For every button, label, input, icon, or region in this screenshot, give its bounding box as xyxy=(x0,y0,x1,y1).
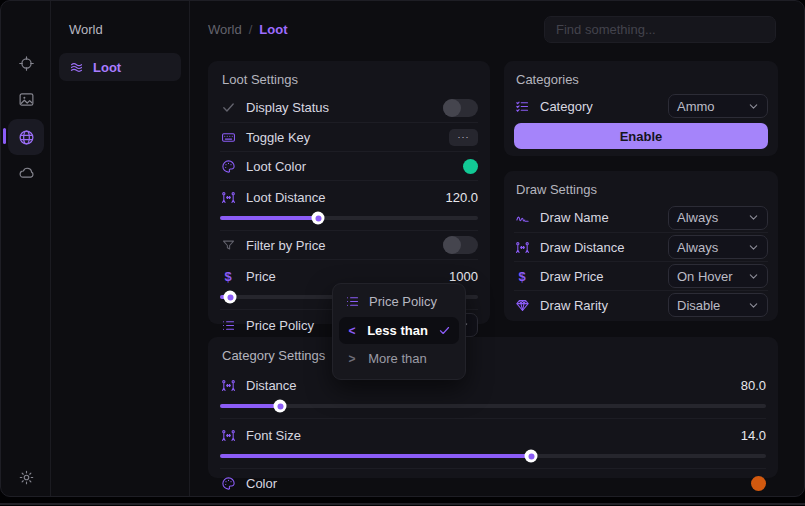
price-label: Price xyxy=(246,269,276,284)
distance-icon xyxy=(514,239,530,255)
slider-thumb[interactable] xyxy=(224,291,237,304)
font-size-row: Font Size 14.0 xyxy=(220,418,766,468)
display-status-toggle[interactable] xyxy=(443,99,478,117)
category-color-swatch[interactable] xyxy=(751,476,766,491)
keybind-button[interactable]: ··· xyxy=(449,129,478,146)
display-status-label: Display Status xyxy=(246,100,329,115)
toggle-key-row: Toggle Key ··· xyxy=(220,122,478,151)
rail-item-world[interactable] xyxy=(8,119,44,155)
panel-title: Category Settings xyxy=(220,337,766,369)
rail-item-visuals[interactable] xyxy=(8,81,44,117)
loot-distance-row: Loot Distance 120.0 xyxy=(220,180,478,230)
chevron-down-icon xyxy=(748,242,759,253)
slider-thumb[interactable] xyxy=(274,400,287,413)
draw-name-select[interactable]: Always xyxy=(668,206,768,230)
check-icon xyxy=(438,324,451,337)
search-input[interactable] xyxy=(544,16,776,43)
draw-rarity-select[interactable]: Disable xyxy=(668,293,768,317)
check-icon xyxy=(220,100,236,116)
color-label: Color xyxy=(246,476,277,491)
loot-color-label: Loot Color xyxy=(246,159,306,174)
toggle-knob xyxy=(443,236,461,254)
rail-item-settings[interactable] xyxy=(8,459,44,495)
distance-icon xyxy=(220,377,236,393)
popup-title: Price Policy xyxy=(369,294,437,309)
app-window: World Loot World / Loot Loot Settings Di… xyxy=(0,0,805,497)
panel-title: Draw Settings xyxy=(514,171,768,203)
slider-fill xyxy=(220,216,318,220)
draw-distance-selected-value: Always xyxy=(677,240,718,255)
price-policy-label: Price Policy xyxy=(246,318,314,333)
distance-slider[interactable] xyxy=(220,404,766,408)
slider-fill xyxy=(220,454,531,458)
category-select[interactable]: Ammo xyxy=(668,94,768,118)
checklist-icon xyxy=(514,98,530,114)
toggle-knob xyxy=(443,99,461,117)
draw-price-label: Draw Price xyxy=(540,269,604,284)
popup-item-less-than[interactable]: < Less than xyxy=(339,317,459,344)
panel-title: Loot Settings xyxy=(220,61,478,93)
draw-rarity-label: Draw Rarity xyxy=(540,298,608,313)
less-than-icon: < xyxy=(347,324,357,338)
popup-header: Price Policy xyxy=(333,284,465,316)
display-status-row: Display Status xyxy=(220,93,478,122)
dollar-icon: $ xyxy=(514,268,530,284)
draw-distance-label: Draw Distance xyxy=(540,240,625,255)
rail-item-aim[interactable] xyxy=(8,45,44,81)
loot-distance-slider[interactable] xyxy=(220,216,478,220)
sub-sidebar: World Loot xyxy=(51,1,190,496)
loot-color-swatch[interactable] xyxy=(463,159,478,174)
breadcrumb-separator: / xyxy=(249,22,253,37)
breadcrumb: World / Loot xyxy=(208,22,288,37)
popup-item-label: More than xyxy=(363,351,432,366)
keyboard-icon xyxy=(220,129,236,145)
category-settings-panel: Category Settings Distance 80.0 Font Siz… xyxy=(208,337,778,478)
loot-distance-value: 120.0 xyxy=(445,190,478,205)
color-row: Color xyxy=(220,468,766,497)
filter-by-price-toggle[interactable] xyxy=(443,236,478,254)
category-label: Category xyxy=(540,99,593,114)
window-bottom-edge xyxy=(0,503,805,505)
draw-price-select[interactable]: On Hover xyxy=(668,264,768,288)
loot-color-row: Loot Color xyxy=(220,151,478,180)
draw-distance-select[interactable]: Always xyxy=(668,235,768,259)
font-size-value: 14.0 xyxy=(741,428,766,443)
sidebar-section-title: World xyxy=(69,22,103,37)
price-value: 1000 xyxy=(449,269,478,284)
popup-item-more-than[interactable]: > More than xyxy=(339,345,459,372)
chevron-down-icon xyxy=(748,212,759,223)
loot-distance-label: Loot Distance xyxy=(246,190,326,205)
font-size-slider[interactable] xyxy=(220,454,766,458)
breadcrumb-parent[interactable]: World xyxy=(208,22,242,37)
distance-icon xyxy=(220,189,236,205)
palette-icon xyxy=(220,158,236,174)
funnel-icon xyxy=(220,237,236,253)
slider-thumb[interactable] xyxy=(525,450,538,463)
list-icon xyxy=(220,317,236,333)
layers-icon xyxy=(69,60,84,75)
draw-distance-row: Draw Distance Always xyxy=(514,232,768,261)
distance-icon xyxy=(220,427,236,443)
slider-thumb[interactable] xyxy=(312,212,325,225)
draw-rarity-selected-value: Disable xyxy=(677,298,720,313)
filter-by-price-row: Filter by Price xyxy=(220,230,478,259)
gem-icon xyxy=(514,297,530,313)
gear-icon xyxy=(18,469,35,486)
draw-name-selected-value: Always xyxy=(677,210,718,225)
cloud-icon xyxy=(18,164,35,181)
greater-than-icon: > xyxy=(347,352,357,366)
chevron-down-icon xyxy=(748,101,759,112)
category-row: Category Ammo xyxy=(514,93,768,119)
draw-price-selected-value: On Hover xyxy=(677,269,733,284)
enable-button[interactable]: Enable xyxy=(514,123,768,149)
distance-value: 80.0 xyxy=(741,378,766,393)
distance-row: Distance 80.0 xyxy=(220,369,766,418)
draw-settings-panel: Draw Settings Draw Name Always Draw Dist… xyxy=(504,171,778,321)
slider-fill xyxy=(220,404,280,408)
sidebar-item-loot[interactable]: Loot xyxy=(59,53,181,81)
draw-price-row: $ Draw Price On Hover xyxy=(514,261,768,290)
icon-rail xyxy=(1,1,51,496)
dollar-icon: $ xyxy=(220,268,236,284)
breadcrumb-current[interactable]: Loot xyxy=(259,22,287,37)
rail-item-cloud[interactable] xyxy=(8,154,44,190)
